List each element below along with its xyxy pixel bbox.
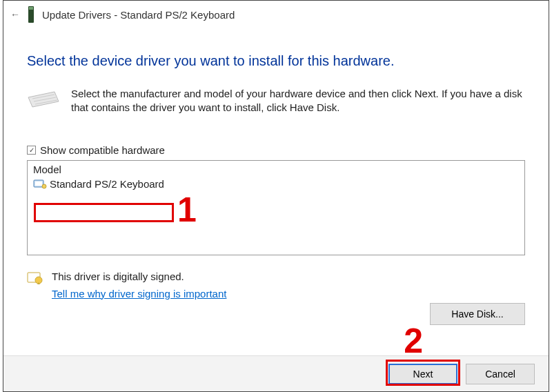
page-heading: Select the device driver you want to ins…: [27, 53, 525, 69]
have-disk-button[interactable]: Have Disk...: [430, 303, 525, 325]
checkbox-label: Show compatible hardware: [40, 144, 165, 156]
signing-status-text: This driver is digitally signed.: [52, 271, 226, 282]
compatible-hardware-checkbox[interactable]: ✓ Show compatible hardware: [27, 144, 525, 156]
cancel-button[interactable]: Cancel: [466, 364, 535, 384]
signing-row: This driver is digitally signed. Tell me…: [27, 271, 525, 300]
window-title: Update Drivers - Standard PS/2 Keyboard: [42, 9, 235, 21]
model-column-header: Model: [32, 164, 520, 177]
button-bar: Next Cancel: [3, 355, 549, 391]
device-icon: [26, 5, 37, 24]
signed-cert-icon: [27, 272, 43, 284]
driver-item-icon: [33, 178, 47, 189]
svg-point-8: [42, 184, 46, 188]
keyboard-icon: [27, 89, 60, 110]
back-arrow-icon[interactable]: ←: [10, 9, 20, 20]
content-area: Select the device driver you want to ins…: [3, 28, 549, 300]
svg-rect-1: [29, 7, 33, 10]
svg-rect-7: [35, 182, 42, 186]
model-item-standard-ps2[interactable]: Standard PS/2 Keyboard: [32, 177, 168, 191]
instruction-row: Select the manufacturer and model of you…: [27, 87, 525, 115]
signing-info-link[interactable]: Tell me why driver signing is important: [52, 288, 226, 300]
next-button[interactable]: Next: [388, 364, 457, 384]
model-listbox[interactable]: Model Standard PS/2 Keyboard: [27, 160, 525, 255]
checkbox-icon: ✓: [27, 146, 36, 155]
model-item-label: Standard PS/2 Keyboard: [50, 178, 164, 190]
driver-update-window: ← Update Drivers - Standard PS/2 Keyboar…: [3, 0, 549, 392]
instruction-text: Select the manufacturer and model of you…: [71, 87, 525, 115]
titlebar: ← Update Drivers - Standard PS/2 Keyboar…: [3, 1, 549, 28]
